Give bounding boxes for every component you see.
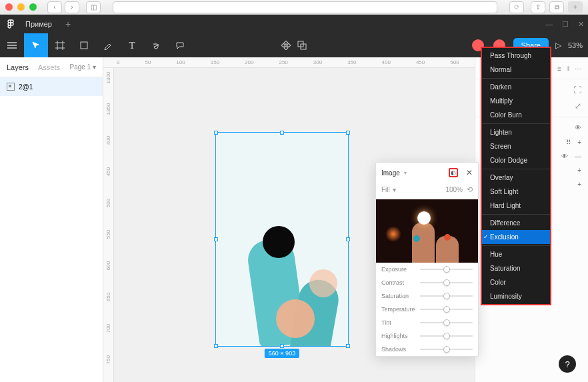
slider-label: Tint bbox=[381, 319, 420, 326]
new-tab-button[interactable]: + bbox=[60, 19, 76, 29]
blend-mode-item[interactable]: Luminosity bbox=[482, 289, 550, 303]
add-icon[interactable]: + bbox=[577, 167, 581, 174]
ruler-tick: 250 bbox=[279, 59, 287, 65]
resize-handle[interactable] bbox=[280, 344, 284, 348]
chevron-down-icon[interactable]: ▾ bbox=[404, 170, 407, 176]
help-button[interactable]: ? bbox=[559, 355, 576, 373]
tabs-icon[interactable]: ⧉ bbox=[549, 1, 564, 13]
align-icon[interactable]: ≡ bbox=[557, 65, 561, 73]
window-close-icon[interactable]: ✕ bbox=[578, 20, 584, 29]
shape-tool[interactable] bbox=[72, 33, 96, 57]
add-fill-icon[interactable]: + bbox=[577, 139, 581, 146]
assets-tab[interactable]: Assets bbox=[38, 63, 60, 71]
figma-logo-icon[interactable] bbox=[4, 17, 17, 31]
blend-mode-item[interactable]: Color Burn bbox=[482, 108, 550, 122]
blend-mode-item[interactable]: Lighten bbox=[482, 125, 550, 139]
slider-thumb[interactable] bbox=[443, 266, 450, 273]
image-preview[interactable] bbox=[376, 199, 478, 263]
minimize-window-icon[interactable] bbox=[17, 3, 25, 11]
add-tab-icon[interactable]: + bbox=[568, 1, 583, 13]
present-button[interactable]: ▷ bbox=[555, 41, 561, 50]
more-icon[interactable]: ⋯ bbox=[575, 65, 581, 73]
slider-row: Contrast bbox=[376, 276, 478, 289]
blend-mode-item[interactable]: Screen bbox=[482, 139, 550, 153]
pen-tool[interactable] bbox=[96, 33, 120, 57]
resize-handle[interactable] bbox=[280, 131, 284, 135]
slider-track[interactable] bbox=[420, 309, 473, 310]
slider-thumb[interactable] bbox=[443, 319, 450, 326]
style-dots-icon[interactable]: ⠿ bbox=[566, 139, 571, 146]
hand-tool[interactable] bbox=[144, 33, 168, 57]
forward-button[interactable]: › bbox=[65, 1, 79, 13]
slider-track[interactable] bbox=[420, 295, 473, 297]
visibility-icon[interactable]: 👁 bbox=[575, 124, 581, 131]
frame-tool[interactable] bbox=[48, 33, 72, 57]
blend-mode-item[interactable]: Exclusion bbox=[482, 230, 550, 244]
zoom-level[interactable]: 53% bbox=[568, 41, 583, 49]
add-icon[interactable]: + bbox=[577, 181, 581, 188]
resize-handle[interactable] bbox=[346, 344, 350, 348]
slider-track[interactable] bbox=[420, 282, 473, 283]
mask-icon[interactable] bbox=[297, 41, 307, 50]
close-icon[interactable]: ✕ bbox=[466, 168, 473, 177]
blend-mode-item[interactable]: Saturation bbox=[482, 261, 550, 275]
sidebar-toggle-icon[interactable]: ◫ bbox=[86, 1, 101, 13]
slider-thumb[interactable] bbox=[443, 306, 450, 313]
text-tool[interactable]: T bbox=[120, 33, 144, 57]
slider-thumb[interactable] bbox=[443, 333, 450, 339]
share-icon[interactable]: ⇪ bbox=[531, 1, 545, 13]
ruler-tick: 50 bbox=[145, 59, 151, 65]
slider-thumb[interactable] bbox=[443, 293, 450, 299]
menu-button[interactable] bbox=[0, 33, 24, 57]
blend-mode-item[interactable]: Color bbox=[482, 275, 550, 289]
resize-handle[interactable] bbox=[346, 237, 350, 241]
blend-mode-item[interactable]: Hard Light bbox=[482, 199, 550, 213]
maximize-window-icon[interactable] bbox=[29, 3, 37, 11]
blend-mode-item[interactable]: Soft Light bbox=[482, 185, 550, 199]
blend-mode-item[interactable]: Hue bbox=[482, 247, 550, 261]
comment-tool[interactable] bbox=[168, 33, 192, 57]
window-maximize-icon[interactable]: ☐ bbox=[562, 20, 569, 29]
blend-mode-item[interactable]: Color Dodge bbox=[482, 153, 550, 167]
layers-tab[interactable]: Layers bbox=[7, 63, 29, 71]
link-icon[interactable]: ⛶ bbox=[573, 85, 581, 95]
remove-icon[interactable]: — bbox=[575, 153, 581, 160]
tidy-icon[interactable]: ⫴ bbox=[567, 65, 569, 73]
page-selector[interactable]: Page 1 ▾ bbox=[70, 63, 96, 71]
blend-mode-item[interactable]: Normal bbox=[482, 63, 550, 77]
fill-mode-label[interactable]: Fill bbox=[381, 186, 390, 193]
back-button[interactable]: ‹ bbox=[47, 1, 62, 13]
slider-track[interactable] bbox=[420, 349, 473, 350]
rotate-icon[interactable]: ⟲ bbox=[467, 185, 473, 194]
slider-track[interactable] bbox=[420, 335, 473, 337]
app-tabbar: Пример + — ☐ ✕ bbox=[0, 15, 588, 33]
blend-mode-item[interactable]: Overlay bbox=[482, 171, 550, 185]
blend-mode-button[interactable]: ◐ bbox=[449, 168, 458, 177]
component-icon[interactable] bbox=[281, 41, 291, 50]
slider-thumb[interactable] bbox=[443, 279, 450, 286]
resize-handle[interactable] bbox=[214, 131, 218, 135]
layer-row[interactable]: 2@1 bbox=[0, 77, 103, 96]
slider-track[interactable] bbox=[420, 269, 473, 270]
expand-icon[interactable]: ⤢ bbox=[575, 101, 581, 111]
resize-handle[interactable] bbox=[214, 344, 218, 348]
file-tab[interactable]: Пример bbox=[17, 15, 60, 33]
resize-handle[interactable] bbox=[346, 131, 350, 135]
close-window-icon[interactable] bbox=[5, 3, 13, 11]
image-fill-panel: Image ▾ ◐ ✕ Fill▾ 100% ⟲ ExposureContras… bbox=[375, 162, 479, 357]
selection-frame[interactable]: 560 × 903 bbox=[215, 132, 349, 347]
fill-opacity[interactable]: 100% bbox=[445, 186, 463, 193]
move-tool[interactable] bbox=[24, 33, 48, 57]
slider-thumb[interactable] bbox=[443, 346, 450, 353]
window-minimize-icon[interactable]: — bbox=[545, 20, 553, 29]
blend-mode-item[interactable]: Darken bbox=[482, 80, 550, 94]
slider-label: Saturation bbox=[381, 293, 420, 299]
blend-mode-item[interactable]: Difference bbox=[482, 216, 550, 230]
address-bar[interactable] bbox=[113, 1, 497, 13]
reader-icon[interactable]: ⟳ bbox=[509, 1, 524, 13]
blend-mode-item[interactable]: Pass Through bbox=[482, 49, 550, 63]
blend-mode-item[interactable]: Multiply bbox=[482, 94, 550, 108]
slider-track[interactable] bbox=[420, 322, 473, 323]
resize-handle[interactable] bbox=[214, 237, 218, 241]
visibility-icon[interactable]: 👁 bbox=[561, 153, 568, 160]
